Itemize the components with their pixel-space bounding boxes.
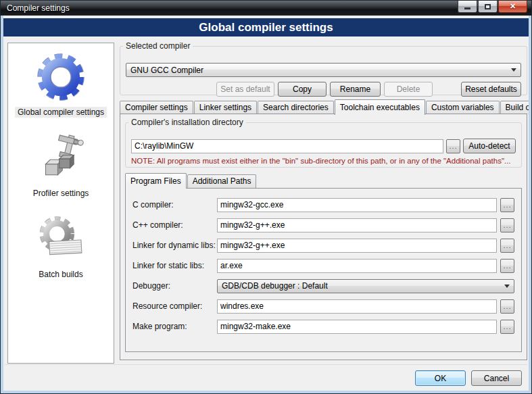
gray-gear-stack-icon	[37, 215, 85, 264]
subtab-additional-paths[interactable]: Additional Paths	[187, 174, 257, 188]
footer-divider	[5, 364, 527, 365]
c-compiler-input[interactable]	[217, 198, 497, 212]
tab-search-directories[interactable]: Search directories	[258, 101, 334, 114]
delete-button[interactable]: Delete	[384, 82, 433, 97]
debugger-select-value: GDB/CDB debugger : Default	[222, 281, 328, 291]
settings-tabstrip: Compiler settings Linker settings Search…	[120, 99, 527, 114]
field-row-make-program: Make program: ...	[132, 319, 514, 334]
page-title: Global compiler settings	[1, 18, 531, 36]
field-row-linker-static: Linker for static libs: ...	[132, 258, 514, 273]
copy-button[interactable]: Copy	[278, 82, 327, 97]
blue-gear-icon	[37, 53, 85, 101]
sidebar-item-label: Profiler settings	[30, 188, 92, 199]
sidebar-item-global-compiler-settings[interactable]: Global compiler settings	[8, 53, 114, 118]
sidebar-item-profiler-settings[interactable]: Profiler settings	[8, 134, 114, 199]
field-row-debugger: Debugger: GDB/CDB debugger : Default	[132, 278, 514, 293]
window-title: Compiler settings	[7, 3, 458, 13]
sidebar-item-label: Batch builds	[36, 269, 85, 280]
tab-custom-variables[interactable]: Custom variables	[426, 101, 500, 114]
close-button[interactable]: ✕	[498, 1, 527, 13]
window-frame-bottom	[1, 391, 531, 393]
close-icon: ✕	[510, 2, 516, 11]
caliper-cubes-icon	[37, 134, 85, 182]
sidebar-item-batch-builds[interactable]: Batch builds	[8, 215, 114, 280]
cpp-compiler-input[interactable]	[217, 218, 497, 232]
toolchain-executables-page: Compiler's installation directory ... Au…	[120, 114, 527, 360]
settings-category-sidebar: Global compiler settings Profiler settin…	[7, 43, 114, 364]
window-frame-right	[529, 16, 531, 393]
chevron-down-icon	[511, 68, 516, 72]
sidebar-item-label: Global compiler settings	[15, 107, 107, 118]
settings-content: Selected compiler GNU GCC Compiler Set a…	[120, 41, 527, 364]
resource-compiler-browse-button[interactable]: ...	[500, 299, 514, 314]
installation-directory-browse-button[interactable]: ...	[446, 139, 460, 153]
program-files-area: Program Files Additional Paths C compile…	[125, 173, 522, 352]
installation-note: NOTE: All programs must exist either in …	[131, 157, 518, 165]
field-row-cpp-compiler: C++ compiler: ...	[132, 218, 514, 232]
installation-directory-legend: Compiler's installation directory	[128, 118, 246, 127]
field-label: Make program:	[132, 322, 217, 331]
cancel-button[interactable]: Cancel	[471, 370, 522, 386]
linker-dynamic-browse-button[interactable]: ...	[500, 239, 514, 253]
field-label: Linker for dynamic libs:	[132, 241, 217, 250]
set-as-default-button[interactable]: Set as default	[216, 82, 274, 97]
tab-compiler-settings[interactable]: Compiler settings	[120, 101, 193, 114]
compiler-select[interactable]: GNU GCC Compiler	[126, 63, 521, 77]
maximize-button[interactable]	[478, 1, 498, 13]
installation-directory-group: Compiler's installation directory ... Au…	[125, 118, 522, 168]
compiler-settings-dialog: Compiler settings ✕ Global compiler sett…	[0, 0, 532, 394]
linker-static-browse-button[interactable]: ...	[500, 259, 514, 273]
window-frame-left	[1, 16, 3, 393]
chevron-down-icon	[504, 285, 510, 288]
titlebar[interactable]: Compiler settings ✕	[1, 1, 531, 16]
minimize-button[interactable]	[458, 1, 477, 13]
tab-build-options[interactable]: Build options	[500, 101, 532, 114]
field-label: Resource compiler:	[132, 301, 217, 311]
field-row-linker-dynamic: Linker for dynamic libs: ...	[132, 238, 514, 253]
cpp-compiler-browse-button[interactable]: ...	[500, 218, 514, 232]
auto-detect-button[interactable]: Auto-detect	[463, 139, 516, 153]
minimize-icon	[464, 7, 470, 9]
field-row-c-compiler: C compiler: ...	[132, 197, 514, 212]
subtab-program-files[interactable]: Program Files	[125, 173, 187, 189]
selected-compiler-legend: Selected compiler	[123, 41, 193, 51]
debugger-select[interactable]: GDB/CDB debugger : Default	[217, 279, 514, 293]
compiler-select-value: GNU GCC Compiler	[130, 66, 203, 75]
field-row-resource-compiler: Resource compiler: ...	[132, 299, 514, 314]
installation-directory-input[interactable]	[131, 139, 443, 153]
tab-toolchain-executables[interactable]: Toolchain executables	[335, 99, 425, 115]
resource-compiler-input[interactable]	[217, 299, 497, 314]
linker-dynamic-input[interactable]	[217, 239, 497, 253]
maximize-icon	[485, 4, 491, 9]
field-label: C compiler:	[132, 200, 217, 210]
rename-button[interactable]: Rename	[330, 82, 381, 97]
tab-linker-settings[interactable]: Linker settings	[194, 101, 257, 114]
make-program-browse-button[interactable]: ...	[500, 320, 514, 334]
reset-defaults-button[interactable]: Reset defaults	[461, 82, 521, 97]
make-program-input[interactable]	[217, 320, 497, 334]
c-compiler-browse-button[interactable]: ...	[500, 198, 514, 212]
field-label: Debugger:	[132, 281, 217, 291]
linker-static-input[interactable]	[217, 259, 497, 273]
program-files-panel: C compiler: ... C++ compiler: ...	[125, 188, 522, 352]
field-label: C++ compiler:	[132, 220, 217, 230]
selected-compiler-group: Selected compiler GNU GCC Compiler Set a…	[120, 41, 527, 95]
program-files-tabstrip: Program Files Additional Paths	[125, 173, 522, 188]
ok-button[interactable]: OK	[415, 370, 466, 386]
field-label: Linker for static libs:	[132, 261, 217, 270]
